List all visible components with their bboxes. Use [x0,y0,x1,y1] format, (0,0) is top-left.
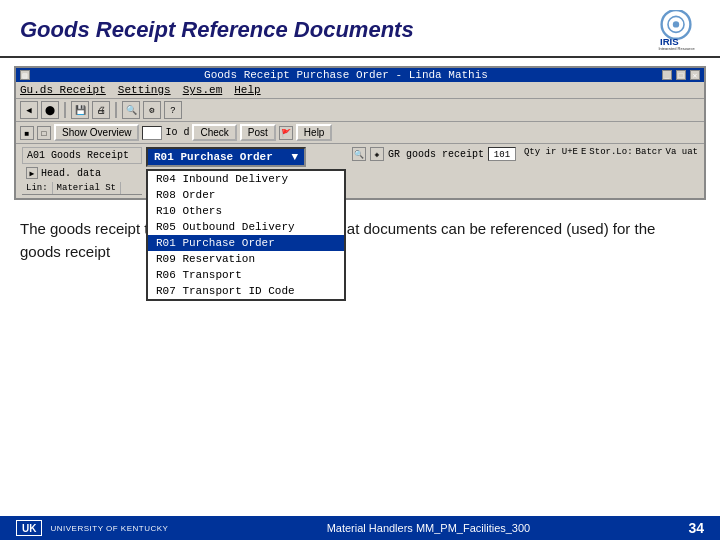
dropdown-item-r06[interactable]: R06 Transport [148,267,344,283]
page-number: 34 [688,520,704,536]
flag-icon: 🚩 [279,126,293,140]
item-icon: ■ [20,126,34,140]
footer-left: UK University of Kentucky [16,520,168,536]
back-btn[interactable]: ◀ [20,101,38,119]
uk-label: UK [22,523,36,534]
tree-expand-icon: ▶ [26,167,38,179]
col-qty: Qty ir U+E [524,147,578,157]
footer-page-number: 34 [688,520,704,536]
university-text: University of Kentucky [50,524,168,533]
footer: UK University of Kentucky Material Handl… [0,516,720,540]
help-btn2[interactable]: ? [164,101,182,119]
sap-content: A01 Goods Receipt ▶ Head. data Lin: Mate… [16,144,704,198]
search-icon[interactable]: 🔍 [352,147,366,161]
io-d-label: Io d [165,127,189,138]
forward-btn[interactable]: ⬤ [41,101,59,119]
col-vauat: Va uat [666,147,698,157]
dropdown-item-r08[interactable]: R08 Order [148,187,344,203]
help-btn3[interactable]: Help [296,124,333,141]
menu-settings[interactable]: Settings [118,84,171,96]
description-text: The goods receipt transaction variant co… [20,218,700,263]
col-e: E [581,147,586,157]
sap-titlebar-text: Goods Receipt Purchase Order - Linda Mat… [34,69,658,81]
uk-logo: UK [16,520,42,536]
save-btn[interactable]: 💾 [71,101,89,119]
page-title: Goods Receipt Reference Documents [20,17,414,43]
iris-logo: IRIS Integrated Resource [652,10,700,50]
checkbox-input[interactable] [142,126,162,140]
tree-item-label: Head. data [41,168,101,179]
sap-window: ▤ Goods Receipt Purchase Order - Linda M… [14,66,706,200]
settings-btn[interactable]: ⚙ [143,101,161,119]
maximize-btn[interactable]: □ [676,70,686,80]
sap-inner-toolbar: ■ □ Show Overview Io d Check Post 🚩 Help [16,122,704,144]
col-material: Material St [53,182,121,194]
svg-point-2 [673,21,679,27]
gr-field: 🔍 ◈ GR goods receipt 101 [352,147,516,161]
dropdown-arrow-icon: ▼ [291,151,298,163]
dropdown-item-r05[interactable]: R05 Outbound Delivery [148,219,344,235]
svg-text:Integrated Resource: Integrated Resource [658,46,695,50]
sap-menubar: Gu.ds Receipt Settings Sys.em Help [16,82,704,99]
doc-type-input[interactable]: R01 Purchase Order ▼ [146,147,306,167]
table-header: Lin: Material St [22,182,142,195]
toolbar-separator-2 [115,102,117,118]
copy-icon: ◈ [370,147,384,161]
node-label: A01 Goods Receipt [22,147,142,164]
show-overview-btn[interactable]: Show Overview [54,124,139,141]
menu-system[interactable]: Sys.em [183,84,223,96]
find-btn[interactable]: 🔍 [122,101,140,119]
check-btn[interactable]: Check [192,124,236,141]
sap-titlebar: ▤ Goods Receipt Purchase Order - Linda M… [16,68,704,82]
titlebar-menu-btn[interactable]: ▤ [20,70,30,80]
footer-course-label: Material Handlers MM_PM_Facilities_300 [327,522,531,534]
close-btn[interactable]: ✕ [690,70,700,80]
tree-item-header[interactable]: ▶ Head. data [22,166,142,180]
dropdown-item-r04[interactable]: R04 Inbound Delivery [148,171,344,187]
col-storloc: Stor.Lo: [589,147,632,157]
dropdown-item-r09[interactable]: R09 Reservation [148,251,344,267]
footer-center: Material Handlers MM_PM_Facilities_300 [327,522,531,534]
toolbar-separator [64,102,66,118]
table-more-headers: Qty ir U+E E Stor.Lo: Batcr Va uat [524,147,698,157]
item-icon2: □ [37,126,51,140]
minimize-btn[interactable]: _ [662,70,672,80]
print-btn[interactable]: 🖨 [92,101,110,119]
dropdown-item-r10[interactable]: R10 Others [148,203,344,219]
left-panel: A01 Goods Receipt ▶ Head. data Lin: Mate… [22,147,142,195]
iris-logo-icon: IRIS Integrated Resource [652,10,700,50]
gr-goods-receipt-label: GR goods receipt [388,149,484,160]
col-batch: Batcr [636,147,663,157]
dropdown-item-r07[interactable]: R07 Transport ID Code [148,283,344,299]
center-panel: R01 Purchase Order ▼ R04 Inbound Deliver… [146,147,348,195]
gr-value-input[interactable]: 101 [488,147,516,161]
menu-help[interactable]: Help [234,84,260,96]
post-btn[interactable]: Post [240,124,276,141]
sap-toolbar: ◀ ⬤ 💾 🖨 🔍 ⚙ ? [16,99,704,122]
doc-type-value: R01 Purchase Order [154,151,273,163]
main-content-row: A01 Goods Receipt ▶ Head. data Lin: Mate… [22,147,698,195]
menu-goods-receipt[interactable]: Gu.ds Receipt [20,84,106,96]
page-header: Goods Receipt Reference Documents IRIS I… [0,0,720,58]
col-lin: Lin: [22,182,53,194]
right-panel: 🔍 ◈ GR goods receipt 101 Qty ir U+E E St… [352,147,698,195]
dropdown-item-r01[interactable]: R01 Purchase Order [148,235,344,251]
doc-type-row: R01 Purchase Order ▼ [146,147,348,167]
dropdown-list: R04 Inbound Delivery R08 Order R10 Other… [146,169,346,301]
gr-value: 101 [494,150,510,160]
